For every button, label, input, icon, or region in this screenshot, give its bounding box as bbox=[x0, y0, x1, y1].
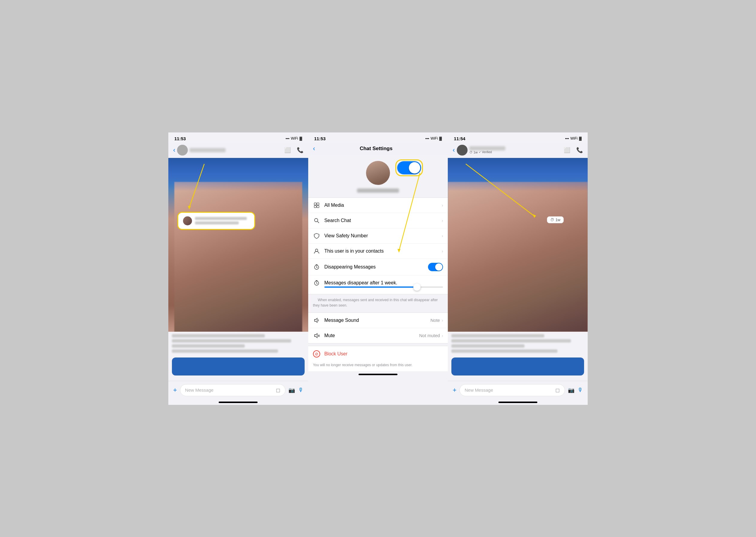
settings-item-search-chat[interactable]: Search Chat › bbox=[308, 213, 448, 228]
status-bar-2: 11:53 ▪▪▪ WiFi ▓ bbox=[308, 133, 448, 142]
back-button-1[interactable]: ‹ bbox=[173, 146, 175, 154]
timer-duration: 1w bbox=[473, 150, 478, 154]
msg-blur-s3-3 bbox=[451, 344, 524, 348]
slider-track[interactable] bbox=[324, 286, 443, 288]
camera-icon-3[interactable]: 📷 bbox=[568, 387, 575, 393]
slider-thumb[interactable] bbox=[413, 283, 421, 291]
video-call-icon-3[interactable]: ⬜ bbox=[564, 147, 570, 153]
message-input-area-1: + New Message ◻ 📷 🎙 bbox=[168, 381, 308, 399]
block-user-item[interactable]: ⊘ Block User bbox=[308, 346, 448, 362]
disappear-time-label: Messages disappear after 1 week. bbox=[324, 280, 443, 286]
nav-bar-1: ‹ ⬜ 📞 bbox=[168, 142, 308, 158]
sticker-icon-3[interactable]: ◻ bbox=[555, 387, 560, 393]
nav-title-group-3: ⏱ 1w ✓ Verified bbox=[469, 146, 505, 154]
signal-icon: ▪▪▪ bbox=[285, 136, 289, 141]
disappear-description: When enabled, messages sent and received… bbox=[313, 298, 438, 311]
block-description: You will no longer receive messages or u… bbox=[308, 362, 448, 371]
nav-avatar-3 bbox=[457, 145, 468, 155]
settings-item-mute[interactable]: Mute Not muted › bbox=[308, 328, 448, 343]
svg-point-8 bbox=[315, 219, 318, 222]
nav-avatar-1 bbox=[177, 145, 188, 155]
wifi-icon-3: WiFi bbox=[570, 136, 578, 141]
mute-icon bbox=[313, 332, 320, 339]
timer-icon-time bbox=[313, 279, 320, 286]
blue-message-bar-3 bbox=[451, 357, 584, 376]
profile-section bbox=[308, 155, 448, 197]
block-icon: ⊘ bbox=[313, 350, 320, 357]
message-placeholder-1: New Message bbox=[185, 388, 213, 392]
settings-item-safety-number[interactable]: View Safety Number › bbox=[308, 228, 448, 244]
message-input-icons-3: ◻ bbox=[555, 387, 560, 393]
timer-badge-icon: ⏱ bbox=[550, 218, 554, 222]
contact-name-blur-1 bbox=[190, 148, 226, 152]
svg-rect-7 bbox=[317, 206, 319, 208]
back-button-3[interactable]: ‹ bbox=[453, 146, 455, 154]
contacts-label: This user is in your contacts bbox=[324, 248, 442, 254]
msg-blur-s3-4 bbox=[451, 350, 557, 353]
phone-call-icon-3[interactable]: 📞 bbox=[576, 147, 583, 153]
settings-item-sound[interactable]: Message Sound Note › bbox=[308, 313, 448, 328]
toggle-large[interactable] bbox=[397, 161, 421, 174]
settings-item-disappearing[interactable]: Disappearing Messages bbox=[308, 259, 448, 275]
nav-left-1: ‹ bbox=[173, 145, 226, 155]
add-attachment-button-3[interactable]: + bbox=[453, 386, 457, 394]
chat-hero-1 bbox=[168, 158, 308, 332]
mic-icon-3[interactable]: 🎙 bbox=[578, 387, 583, 393]
message-input-box-3[interactable]: New Message ◻ bbox=[460, 384, 565, 396]
bubble-avatar bbox=[183, 216, 192, 226]
signal-icon-2: ▪▪▪ bbox=[425, 136, 429, 141]
back-button-2[interactable]: ‹ bbox=[313, 145, 315, 152]
sound-icon bbox=[313, 317, 320, 324]
add-attachment-button[interactable]: + bbox=[173, 386, 177, 394]
wifi-icon: WiFi bbox=[291, 136, 298, 141]
msg-blur-s3-2 bbox=[451, 339, 571, 343]
highlighted-chat-bubble bbox=[177, 212, 255, 230]
toggle-thumb-large bbox=[409, 162, 420, 174]
profile-avatar-wrap bbox=[366, 161, 390, 185]
status-icons-3: ▪▪▪ WiFi ▓ bbox=[565, 136, 582, 141]
avatar-face bbox=[366, 161, 390, 185]
status-bar-3: 11:54 ▪▪▪ WiFi ▓ bbox=[448, 133, 588, 142]
nav-bar-3: ‹ ⏱ 1w ✓ Verified ⬜ 📞 bbox=[448, 142, 588, 158]
message-input-area-3: + New Message ◻ 📷 🎙 bbox=[448, 381, 588, 399]
disappearing-toggle[interactable] bbox=[428, 263, 443, 271]
chevron-contacts: › bbox=[442, 249, 443, 254]
blue-header-overlay-3 bbox=[448, 158, 588, 191]
timer-badge-text: 1w bbox=[555, 218, 560, 222]
sticker-icon-1[interactable]: ◻ bbox=[276, 387, 280, 393]
chat-hero-3: ⏱ 1w bbox=[448, 158, 588, 332]
battery-icon-2: ▓ bbox=[439, 136, 442, 141]
svg-rect-6 bbox=[314, 206, 316, 208]
msg-blur-2 bbox=[172, 339, 291, 343]
disappear-description-wrap: When enabled, messages sent and received… bbox=[308, 295, 448, 311]
sound-value: Note bbox=[431, 318, 440, 323]
status-icons-2: ▪▪▪ WiFi ▓ bbox=[425, 136, 442, 141]
nav-right-1: ⬜ 📞 bbox=[284, 147, 303, 153]
nav-right-3: ⬜ 📞 bbox=[564, 147, 583, 153]
camera-icon-1[interactable]: 📷 bbox=[288, 387, 295, 393]
message-input-box-1[interactable]: New Message ◻ bbox=[180, 384, 285, 396]
wifi-icon-2: WiFi bbox=[431, 136, 438, 141]
home-indicator-1 bbox=[219, 401, 258, 403]
disappearing-toggle-highlighted[interactable] bbox=[396, 159, 423, 176]
settings-item-contacts[interactable]: This user is in your contacts › bbox=[308, 244, 448, 259]
text-line-1 bbox=[195, 217, 247, 220]
mic-icon-1[interactable]: 🎙 bbox=[298, 387, 303, 393]
verified-text: Verified bbox=[482, 150, 492, 154]
timer-icon-disappearing bbox=[313, 264, 320, 270]
nav-subtitle-3: ⏱ 1w ✓ Verified bbox=[469, 150, 505, 154]
disappearing-label: Disappearing Messages bbox=[324, 264, 428, 270]
profile-name-blur bbox=[357, 188, 399, 193]
video-call-icon-1[interactable]: ⬜ bbox=[284, 147, 291, 153]
settings-item-all-media[interactable]: All Media › bbox=[308, 198, 448, 213]
msg-blur-s3-1 bbox=[451, 334, 544, 337]
msg-blur-4 bbox=[172, 350, 278, 353]
nav-bar-2: ‹ Chat Settings bbox=[308, 142, 448, 155]
screen2-settings: 11:53 ▪▪▪ WiFi ▓ ‹ Chat Settings bbox=[308, 133, 448, 405]
chevron-sound: › bbox=[442, 318, 443, 323]
svg-marker-1 bbox=[188, 206, 191, 209]
safety-number-label: View Safety Number bbox=[324, 233, 442, 238]
phone-call-icon-1[interactable]: 📞 bbox=[297, 147, 303, 153]
nav-left-3: ‹ ⏱ 1w ✓ Verified bbox=[453, 145, 505, 155]
slider-wrap bbox=[313, 286, 443, 290]
